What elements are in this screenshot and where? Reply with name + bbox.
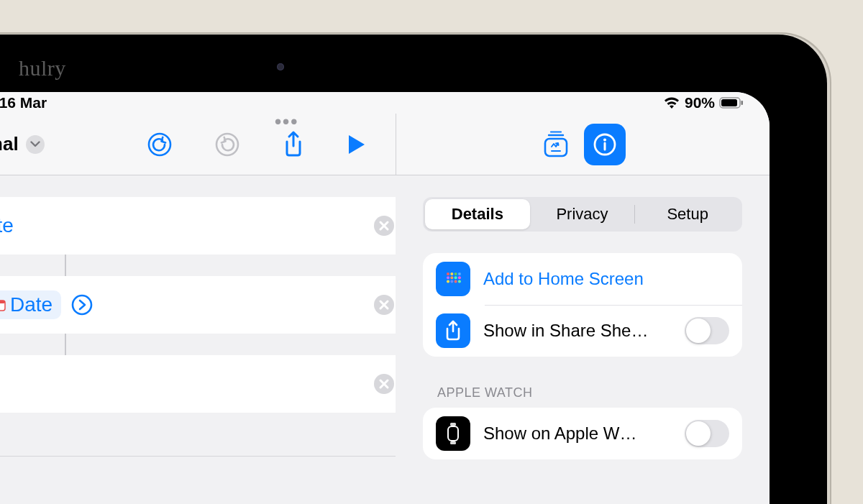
share-sheet-label: Show in Share She…: [483, 321, 672, 341]
delete-action-button[interactable]: [374, 216, 394, 236]
play-button[interactable]: [347, 133, 367, 156]
svg-point-23: [447, 276, 449, 279]
svg-point-21: [455, 272, 457, 275]
svg-point-28: [450, 280, 453, 283]
tab-privacy[interactable]: Privacy: [530, 199, 635, 229]
share-sheet-toggle[interactable]: [685, 317, 729, 344]
tab-setup[interactable]: Setup: [635, 199, 740, 229]
tab-details[interactable]: Details: [425, 199, 530, 229]
shortcut-title[interactable]: rnal: [0, 133, 45, 155]
ipad-screen: u 16 Mar 90% •••: [0, 92, 770, 504]
home-screen-icon: [436, 262, 470, 296]
svg-point-27: [447, 280, 449, 283]
svg-point-26: [458, 276, 461, 279]
svg-rect-32: [450, 423, 456, 426]
toolbar: ••• rnal: [0, 114, 770, 175]
svg-point-22: [458, 272, 461, 275]
segmented-control[interactable]: Details Privacy Setup: [423, 197, 742, 232]
apple-watch-toggle[interactable]: [685, 420, 729, 447]
calendar-mini-icon: [0, 298, 6, 311]
action-card[interactable]: ate: [0, 197, 396, 255]
section-header-watch: APPLE WATCH: [437, 385, 742, 400]
svg-point-30: [458, 280, 461, 283]
details-pane: Details Privacy Setup: [396, 175, 770, 504]
add-home-screen-row[interactable]: Add to Home Screen: [423, 253, 742, 305]
svg-rect-33: [450, 441, 456, 444]
svg-point-20: [450, 272, 453, 275]
action-card[interactable]: Date: [0, 276, 396, 334]
settings-group-watch: Show on Apple W…: [423, 408, 742, 459]
share-button[interactable]: [282, 130, 305, 159]
share-sheet-row[interactable]: Show in Share She…: [423, 305, 742, 357]
svg-rect-2: [741, 101, 744, 105]
svg-point-24: [450, 276, 453, 279]
svg-point-10: [603, 138, 606, 141]
watermark-text: hulry: [19, 56, 66, 81]
svg-rect-1: [721, 99, 737, 106]
editor-pane: ate Date: [0, 175, 396, 504]
add-home-screen-label: Add to Home Screen: [483, 269, 729, 289]
undo-button[interactable]: [147, 132, 173, 157]
svg-point-25: [455, 276, 457, 279]
action-card-empty[interactable]: [0, 456, 396, 504]
apple-watch-icon: [436, 416, 470, 451]
svg-rect-31: [448, 426, 458, 441]
apple-watch-row[interactable]: Show on Apple W…: [423, 408, 742, 459]
library-button[interactable]: [541, 129, 571, 160]
chevron-down-icon[interactable]: [26, 135, 45, 154]
date-variable-chip[interactable]: ate: [0, 211, 15, 240]
date-variable-chip[interactable]: Date: [0, 290, 61, 319]
info-button[interactable]: [584, 124, 626, 165]
redo-button: [214, 132, 240, 157]
status-right: 90%: [663, 94, 744, 111]
shortcut-title-text: rnal: [0, 133, 19, 155]
ipad-frame: u 16 Mar 90% •••: [0, 35, 827, 504]
connector-line: [65, 334, 66, 355]
battery-icon: [719, 97, 744, 109]
svg-rect-14: [0, 301, 5, 303]
action-options-icon[interactable]: [71, 294, 93, 316]
wifi-icon: [663, 96, 680, 109]
svg-point-15: [73, 295, 91, 314]
delete-action-button[interactable]: [374, 295, 394, 315]
settings-group-main: Add to Home Screen Show in Share She…: [423, 253, 742, 357]
apple-watch-label: Show on Apple W…: [483, 423, 672, 444]
camera-dot: [277, 63, 284, 70]
connector-line: [65, 255, 66, 276]
action-card[interactable]: [0, 355, 396, 413]
battery-percent: 90%: [685, 94, 715, 111]
svg-point-19: [447, 272, 449, 275]
delete-action-button[interactable]: [374, 374, 394, 394]
status-date: u 16 Mar: [0, 94, 47, 111]
status-bar: u 16 Mar 90%: [0, 92, 770, 114]
svg-point-29: [455, 280, 457, 283]
share-sheet-icon: [436, 313, 470, 348]
svg-point-3: [149, 134, 170, 155]
svg-point-4: [216, 134, 238, 155]
